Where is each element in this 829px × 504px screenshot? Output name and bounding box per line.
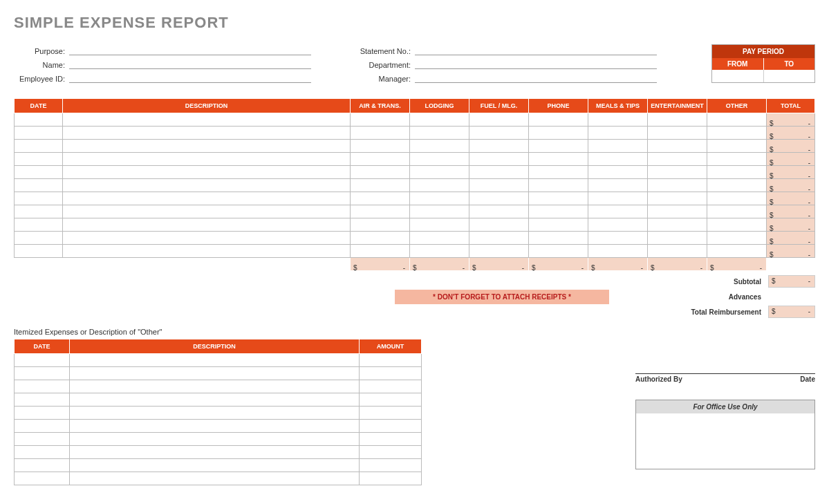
expense-cell[interactable] xyxy=(707,179,767,192)
expense-cell[interactable] xyxy=(63,113,351,127)
expense-cell[interactable] xyxy=(63,153,351,166)
expense-cell[interactable] xyxy=(648,140,707,153)
name-input[interactable] xyxy=(69,58,311,69)
expense-cell[interactable] xyxy=(588,113,648,127)
itemized-cell[interactable] xyxy=(70,420,360,433)
itemized-cell[interactable] xyxy=(70,367,360,380)
expense-cell[interactable] xyxy=(351,179,410,192)
expense-cell[interactable] xyxy=(648,113,707,127)
itemized-cell[interactable] xyxy=(70,380,360,393)
expense-cell[interactable] xyxy=(707,127,767,140)
expense-cell[interactable] xyxy=(469,153,529,166)
itemized-cell[interactable] xyxy=(70,459,360,472)
itemized-cell[interactable] xyxy=(15,459,70,472)
expense-cell[interactable] xyxy=(648,245,707,258)
expense-cell[interactable] xyxy=(588,140,648,153)
itemized-cell[interactable] xyxy=(70,472,360,485)
expense-cell[interactable] xyxy=(529,218,588,232)
itemized-cell[interactable] xyxy=(360,433,422,446)
expense-cell[interactable] xyxy=(469,179,529,192)
expense-cell[interactable] xyxy=(63,232,351,245)
expense-cell[interactable] xyxy=(469,218,529,232)
expense-cell[interactable] xyxy=(529,192,588,205)
expense-cell[interactable] xyxy=(588,127,648,140)
expense-cell[interactable] xyxy=(15,192,63,205)
expense-cell[interactable] xyxy=(351,113,410,127)
expense-cell[interactable] xyxy=(351,205,410,218)
itemized-cell[interactable] xyxy=(15,380,70,393)
itemized-cell[interactable] xyxy=(360,407,422,420)
itemized-cell[interactable] xyxy=(70,393,360,407)
expense-cell[interactable] xyxy=(529,205,588,218)
expense-cell[interactable] xyxy=(707,140,767,153)
itemized-cell[interactable] xyxy=(360,446,422,459)
expense-cell[interactable] xyxy=(410,166,469,179)
pay-period-to-input[interactable] xyxy=(764,70,815,82)
expense-cell[interactable] xyxy=(15,166,63,179)
expense-cell[interactable] xyxy=(469,232,529,245)
expense-cell[interactable] xyxy=(588,179,648,192)
expense-cell[interactable] xyxy=(648,232,707,245)
expense-cell[interactable] xyxy=(410,232,469,245)
expense-cell[interactable] xyxy=(707,232,767,245)
expense-cell[interactable] xyxy=(529,140,588,153)
expense-cell[interactable] xyxy=(529,113,588,127)
expense-cell[interactable] xyxy=(63,192,351,205)
expense-cell[interactable] xyxy=(529,245,588,258)
advances-value[interactable] xyxy=(768,290,815,303)
expense-cell[interactable] xyxy=(469,140,529,153)
expense-cell[interactable] xyxy=(707,113,767,127)
itemized-cell[interactable] xyxy=(70,433,360,446)
itemized-cell[interactable] xyxy=(360,459,422,472)
itemized-cell[interactable] xyxy=(360,380,422,393)
expense-cell[interactable] xyxy=(588,192,648,205)
expense-cell[interactable] xyxy=(15,245,63,258)
expense-cell[interactable] xyxy=(410,153,469,166)
expense-cell[interactable] xyxy=(351,218,410,232)
expense-cell[interactable] xyxy=(588,166,648,179)
expense-cell[interactable] xyxy=(410,140,469,153)
expense-cell[interactable] xyxy=(15,113,63,127)
expense-cell[interactable] xyxy=(529,166,588,179)
expense-cell[interactable] xyxy=(410,192,469,205)
expense-cell[interactable] xyxy=(469,113,529,127)
expense-cell[interactable] xyxy=(15,179,63,192)
itemized-cell[interactable] xyxy=(360,367,422,380)
expense-cell[interactable] xyxy=(469,166,529,179)
expense-cell[interactable] xyxy=(63,179,351,192)
expense-cell[interactable] xyxy=(529,232,588,245)
itemized-cell[interactable] xyxy=(360,354,422,367)
expense-cell[interactable] xyxy=(529,153,588,166)
expense-cell[interactable] xyxy=(588,218,648,232)
expense-cell[interactable] xyxy=(707,205,767,218)
itemized-cell[interactable] xyxy=(360,393,422,407)
itemized-cell[interactable] xyxy=(70,446,360,459)
pay-period-from-input[interactable] xyxy=(712,70,764,82)
expense-cell[interactable] xyxy=(707,218,767,232)
expense-cell[interactable] xyxy=(63,140,351,153)
expense-cell[interactable] xyxy=(410,113,469,127)
itemized-cell[interactable] xyxy=(15,433,70,446)
itemized-cell[interactable] xyxy=(15,420,70,433)
department-input[interactable] xyxy=(415,58,657,69)
itemized-cell[interactable] xyxy=(15,446,70,459)
employee-id-input[interactable] xyxy=(69,72,311,83)
office-use-body[interactable] xyxy=(636,413,814,469)
itemized-cell[interactable] xyxy=(360,420,422,433)
expense-cell[interactable] xyxy=(648,127,707,140)
expense-cell[interactable] xyxy=(588,153,648,166)
expense-cell[interactable] xyxy=(707,245,767,258)
statement-no-input[interactable] xyxy=(415,44,657,55)
expense-cell[interactable] xyxy=(648,192,707,205)
itemized-cell[interactable] xyxy=(15,367,70,380)
expense-cell[interactable] xyxy=(351,127,410,140)
itemized-cell[interactable] xyxy=(70,354,360,367)
expense-cell[interactable] xyxy=(469,192,529,205)
expense-cell[interactable] xyxy=(707,166,767,179)
manager-input[interactable] xyxy=(415,72,657,83)
expense-cell[interactable] xyxy=(351,192,410,205)
itemized-cell[interactable] xyxy=(360,472,422,485)
itemized-cell[interactable] xyxy=(15,354,70,367)
expense-cell[interactable] xyxy=(410,127,469,140)
expense-cell[interactable] xyxy=(469,127,529,140)
